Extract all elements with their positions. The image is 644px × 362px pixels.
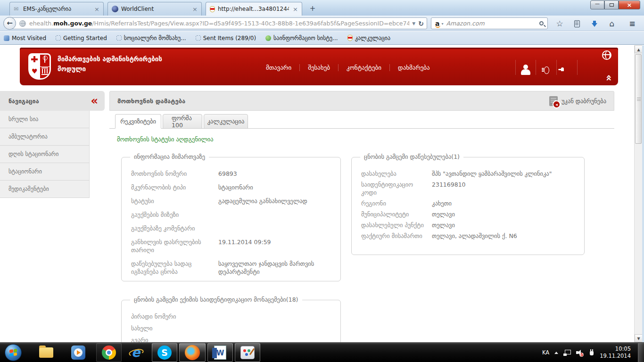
reload-icon[interactable]: ↻ bbox=[418, 20, 424, 27]
word-icon bbox=[214, 346, 226, 360]
tab-requisites[interactable]: რეკვიზიტები bbox=[115, 114, 161, 129]
bookmark-info-system[interactable]: საინფორმაციო სისტე... bbox=[265, 35, 338, 41]
bookmark-calculation[interactable]: კალკულაცია bbox=[347, 35, 390, 41]
bookmark-getting-started[interactable]: Getting Started bbox=[56, 35, 107, 41]
field-row: დასახლებული პუნქტითელავი bbox=[361, 221, 575, 229]
navigation-toolbar: ehealth.moh.gov.ge/Hmis/ReferralsTest/Pa… bbox=[0, 16, 644, 31]
sidebar-item-medicines[interactable]: მედიკამენტები bbox=[0, 181, 90, 198]
star-icon: ☆ bbox=[556, 19, 563, 28]
field-row: დაწესებულება სადაც იგზავნება ცნობასაყოვე… bbox=[131, 260, 331, 276]
sidebar-item-hospital[interactable]: სტაციონარი bbox=[0, 163, 90, 181]
worldclient-icon bbox=[112, 6, 118, 12]
taskbar-explorer-button[interactable] bbox=[34, 343, 58, 362]
search-icon[interactable] bbox=[539, 21, 544, 25]
hidden-icons-chevron-icon[interactable] bbox=[554, 352, 558, 354]
downloads-button[interactable] bbox=[587, 18, 602, 29]
box-legend: ინფორმაცია მიმართვაზე bbox=[130, 153, 209, 160]
site-header: ♥ მიმართვების ადმინისტრირების მოდული მთა… bbox=[20, 48, 618, 85]
power-plug-icon[interactable] bbox=[589, 349, 594, 356]
referral-info-box: ინფორმაცია მიმართვაზე მოთხოვნის ნომერი69… bbox=[121, 157, 341, 281]
field-row: გვარი bbox=[131, 336, 331, 342]
url-text[interactable]: ehealth.moh.gov.ge/Hmis/ReferralsTest/Pa… bbox=[29, 20, 409, 27]
paint-icon bbox=[240, 346, 255, 359]
taskbar-media-player-button[interactable] bbox=[66, 343, 91, 362]
network-icon[interactable] bbox=[563, 350, 571, 356]
nav-item-home[interactable]: მთავარი bbox=[258, 64, 300, 71]
taskbar-chrome-button[interactable] bbox=[96, 343, 122, 362]
placeholder-icon bbox=[56, 35, 61, 41]
tab-calculation[interactable]: კალკულაცია bbox=[204, 114, 248, 129]
language-indicator[interactable]: KA bbox=[542, 349, 549, 356]
collapse-header-chevron-icon[interactable]: « bbox=[604, 74, 614, 81]
user-profile-button[interactable] bbox=[515, 60, 536, 75]
search-bar[interactable]: a ▾ Amazon.com bbox=[431, 17, 548, 29]
bookmarks-toolbar: Most Visited Getting Started სოციალური მ… bbox=[0, 32, 644, 45]
logout-icon bbox=[562, 65, 572, 75]
caduceus-icon bbox=[40, 55, 50, 66]
user-list-button[interactable] bbox=[536, 60, 557, 75]
show-desktop-button[interactable] bbox=[638, 343, 644, 362]
nav-item-about[interactable]: შესახებ bbox=[300, 64, 339, 71]
amazon-search-icon[interactable]: a bbox=[435, 20, 439, 27]
language-globe-icon[interactable] bbox=[602, 50, 611, 60]
minimize-button[interactable]: — bbox=[590, 0, 604, 9]
url-dropdown-icon[interactable]: ▼ bbox=[412, 21, 415, 26]
field-row: გაუქმებაზე კომენტარი bbox=[131, 224, 331, 232]
moh-logo[interactable]: ♥ bbox=[28, 53, 51, 80]
scroll-up-icon[interactable]: ▲ bbox=[635, 45, 643, 53]
url-bar[interactable]: ehealth.moh.gov.ge/Hmis/ReferralsTest/Pa… bbox=[10, 17, 427, 29]
taskbar-paint-button[interactable] bbox=[235, 343, 260, 362]
new-tab-button[interactable]: + bbox=[306, 4, 319, 14]
site-identity-globe-icon[interactable] bbox=[19, 20, 26, 27]
back-document-icon bbox=[549, 96, 558, 106]
internet-explorer-icon: e bbox=[129, 345, 144, 360]
field-row: მუნიციპალიტეტითელავი bbox=[361, 210, 575, 218]
sidebar-item-full-list[interactable]: სრული სია bbox=[0, 111, 90, 128]
taskbar-skype-button[interactable]: S bbox=[152, 343, 177, 362]
sidebar-item-day-hospital[interactable]: დღის სტაციონარი bbox=[0, 146, 90, 163]
search-provider-dropdown-icon[interactable]: ▾ bbox=[441, 22, 443, 26]
tab-close-icon[interactable]: × bbox=[192, 6, 198, 13]
home-button[interactable]: ⌂ bbox=[605, 18, 619, 29]
field-row: მოთხოვნის ნომერი69893 bbox=[131, 170, 331, 178]
bookmark-most-visited[interactable]: Most Visited bbox=[4, 35, 46, 41]
logout-button[interactable] bbox=[557, 60, 578, 75]
sidebar-item-ambulatory[interactable]: ამბულატორია bbox=[0, 128, 90, 146]
browser-tab-worldclient[interactable]: WorldClient × bbox=[107, 2, 202, 16]
nav-item-help[interactable]: დახმარება bbox=[390, 64, 438, 71]
cross-icon bbox=[30, 55, 40, 66]
bookmark-star-button[interactable]: ☆ bbox=[553, 18, 567, 29]
back-return-link[interactable]: უკან დაბრუნება bbox=[549, 96, 614, 106]
maximize-button[interactable] bbox=[604, 0, 619, 9]
browser-tab-ems[interactable]: ✉ EMS-კანცელარია × bbox=[9, 2, 104, 16]
back-button[interactable]: ← bbox=[3, 17, 16, 30]
emblem-icon bbox=[347, 35, 353, 41]
taskbar-ie-button[interactable]: e bbox=[124, 343, 149, 362]
clock[interactable]: 10:05 19.11.2014 bbox=[600, 346, 631, 360]
close-button[interactable]: × bbox=[619, 0, 640, 9]
bookmark-sent-items[interactable]: Sent Items (289/0) bbox=[196, 35, 256, 41]
header-user-icons bbox=[515, 59, 578, 76]
show-bookmarks-button[interactable] bbox=[570, 18, 584, 29]
bookmark-social-service[interactable]: სოციალური მომსახუ... bbox=[116, 35, 186, 41]
scroll-down-icon[interactable]: ▼ bbox=[635, 334, 643, 342]
system-tray: KA 10:05 19.11.2014 bbox=[542, 343, 631, 362]
box-legend: ცნობის გამცემი ექიმის საიდენტიფიკაციო მო… bbox=[130, 296, 302, 303]
nav-item-contacts[interactable]: კონტაქტები bbox=[339, 64, 390, 71]
hamburger-menu-icon: ≡ bbox=[629, 19, 635, 28]
start-button[interactable] bbox=[5, 344, 22, 361]
taskbar-firefox-button[interactable] bbox=[179, 343, 206, 362]
tab-close-icon[interactable]: × bbox=[94, 6, 99, 13]
screen: ✉ EMS-კანცელარია × WorldClient × http://… bbox=[0, 0, 644, 362]
tab-form-100[interactable]: ფორმა 100 bbox=[163, 114, 202, 129]
tab-close-icon[interactable]: × bbox=[293, 6, 298, 13]
menu-button[interactable]: ≡ bbox=[625, 18, 639, 29]
page-scrollbar[interactable]: ▲ ▼ bbox=[634, 45, 642, 342]
volume-muted-icon[interactable] bbox=[576, 349, 584, 356]
scrollbar-thumb[interactable] bbox=[635, 54, 642, 144]
browser-tab-ehealth-active[interactable]: http://ehealt...3a4801244cc6 × bbox=[206, 2, 302, 16]
clock-time: 10:05 bbox=[600, 346, 631, 353]
sidebar-collapse-icon[interactable]: « bbox=[91, 96, 105, 106]
close-icon: × bbox=[627, 1, 632, 8]
taskbar-word-button[interactable] bbox=[207, 343, 233, 362]
